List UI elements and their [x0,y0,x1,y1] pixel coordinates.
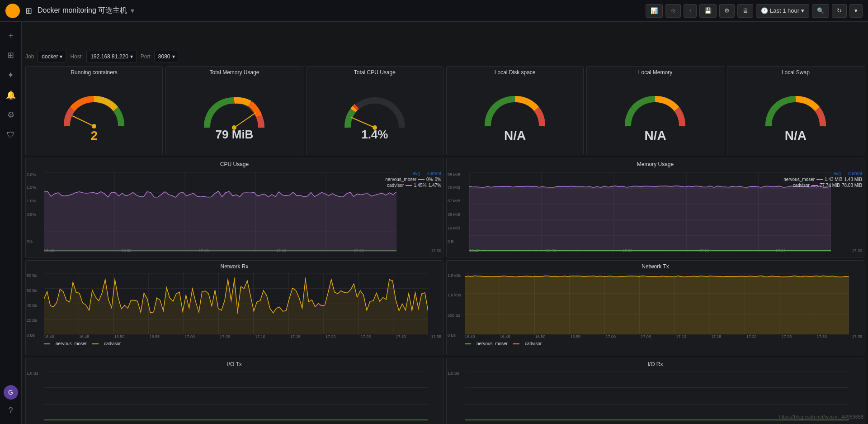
rx-y-2: 60 Bs [27,288,37,293]
refresh-dropdown-icon: ▾ [854,7,858,14]
cpu-x-1: 16:40 [44,248,54,253]
gauge-svg-running [58,88,130,133]
gauge-value-disk: N/A [504,129,526,143]
grafana-logo[interactable] [5,4,20,18]
time-range-button[interactable]: 🕐 Last 1 hour ▾ [756,4,809,18]
mem-legend-cadvisor-name: cadvisor [793,183,810,188]
cpu-x-6: 17:30 [431,248,441,253]
tx-legend: nervous_moser cadvisor [465,341,542,346]
io-tx-title: I/O Tx [26,358,443,370]
gauge-container-memory: 79 MiB [166,76,302,155]
tx-legend-cadvisor-name: cadvisor [525,341,542,346]
tx-y-1: 1.5 kBs [448,273,461,278]
sidebar-item-help[interactable]: ? [2,401,20,419]
tx-x-labels: 16:40 16:45 16:50 16:55 17:00 17:05 17:1… [465,334,862,339]
panel-title-total-memory: Total Memory Usage [166,67,302,76]
panel-local-memory: Local Memory N/A [586,66,724,155]
topbar-actions: 📊 ☆ ↑ 💾 ⚙ 🖥 🕐 Last 1 hour ▾ 🔍 ↻ ▾ [646,4,863,18]
port-select[interactable]: 8080 ▾ [154,51,179,62]
cpu-legend-cadvisor-name: cadvisor [387,183,404,188]
network-row: Network Rx 80 Bs 60 Bs 40 Bs 20 Bs 0 Bs … [25,260,864,355]
port-dropdown-icon: ▾ [172,53,175,60]
tx-y-3: 500 Bs [448,313,460,318]
title-dropdown-icon[interactable]: ▾ [131,6,134,15]
cpu-x-labels: 16:40 16:50 17:00 17:10 17:20 17:30 [44,248,441,253]
tx-legend-nervous-name: nervous_moser [476,341,508,346]
gauge-container-local-memory: N/A [587,76,723,155]
gauge-value-local-memory: N/A [644,129,666,143]
host-select[interactable]: 192.168.81.220 ▾ [86,51,137,62]
star-icon: ☆ [670,7,676,14]
job-dropdown-icon: ▾ [60,53,62,60]
mem-legend-nervous-line [816,179,823,180]
sidebar-item-alerting[interactable]: 🔔 [2,86,20,104]
port-value: 8080 [158,53,170,60]
cpu-y-label-3: 1.0% [27,199,36,203]
gauge-svg-local-memory [619,88,691,133]
chart-row-cpu-memory: CPU Usage 2.0% 1.5% 1.0% 0.5% 0% avg cur… [25,158,864,257]
save-icon: 💾 [704,7,712,14]
host-value: 192.168.81.220 [90,53,128,60]
search-button[interactable]: 🔍 [812,4,829,18]
io-rx-y-1: 1.0 Bs [448,371,459,376]
rx-x-labels: 16:40 16:45 16:50 16:55 17:00 17:05 17:1… [44,334,441,339]
gauge-container-cpu: 1.4% [307,76,443,155]
cpu-legend-nervous-line [418,179,425,180]
mem-y-4: 38 MiB [448,212,460,217]
io-row: I/O Tx 1.0 Bs I/O Rx 1.0 Bs [25,358,864,424]
panel-network-tx: Network Tx 1.5 kBs 1.0 kBs 500 Bs 0 Bs 1… [446,260,864,355]
grid-icon: ⊞ [25,6,32,16]
rx-legend-cadvisor-name: cadvisor [104,341,121,346]
gauge-value-swap: N/A [785,129,807,143]
tx-legend-nervous-line [465,343,471,344]
panel-running-containers: Running containers 2 [25,66,163,155]
rx-legend-nervous-line [44,343,50,344]
mem-legend-cadvisor-avg: 77.74 MiB [820,183,840,188]
watermark: https://blog.csdn.net/weixin_44953658 [779,414,863,419]
cpu-x-5: 17:20 [354,248,364,253]
cpu-y-label-5: 0% [27,239,33,244]
memory-chart-title: Memory Usage [447,158,864,170]
cpu-legend-nervous-avg: 0% [426,177,433,182]
sidebar-item-add[interactable]: ＋ [2,26,20,44]
gauge-svg-swap [760,88,832,133]
refresh-dropdown-button[interactable]: ▾ [849,4,863,18]
cpu-legend-nervous-current: 0% [435,177,441,182]
job-label: Job [25,53,34,60]
cpu-y-label-2: 1.5% [27,185,36,190]
panel-local-disk: Local Disk space N/A [446,66,584,155]
gauge-container-swap: N/A [727,76,864,155]
memory-chart-area: 95 MiB 76 MiB 57 MiB 38 MiB 19 MiB 0 B a… [447,170,864,254]
panel-network-rx: Network Rx 80 Bs 60 Bs 40 Bs 20 Bs 0 Bs … [25,260,443,355]
refresh-button[interactable]: ↻ [832,4,847,18]
save-button[interactable]: 💾 [699,4,717,18]
share-button[interactable]: ↑ [684,4,697,18]
sidebar-item-explore[interactable]: ✦ [2,66,20,84]
bar-chart-button[interactable]: 📊 [646,4,663,18]
job-select[interactable]: docker ▾ [38,51,66,62]
time-dropdown-icon: ▾ [801,7,804,14]
user-avatar[interactable]: G [4,385,18,400]
tx-y-4: 0 Bs [448,333,456,338]
network-tx-title: Network Tx [447,261,864,272]
sidebar-item-config[interactable]: ⚙ [2,106,20,124]
star-button[interactable]: ☆ [665,4,681,18]
svg-point-4 [92,124,96,129]
tx-y-2: 1.0 kBs [448,293,461,297]
rx-legend: nervous_moser cadvisor [44,341,121,346]
cpu-x-4: 17:10 [276,248,287,253]
sidebar-item-shield[interactable]: 🛡 [2,126,20,144]
tv-icon: 🖥 [742,7,748,14]
tv-button[interactable]: 🖥 [737,4,753,18]
network-rx-area: 80 Bs 60 Bs 40 Bs 20 Bs 0 Bs 16:40 16:45… [26,272,443,347]
settings-button[interactable]: ⚙ [719,4,735,18]
gauge-container-disk: N/A [447,76,583,155]
cpu-chart-legend: avg current nervous_moser 0% 0% cadvisor… [385,171,441,188]
clock-icon: 🕐 [761,7,768,14]
cpu-x-2: 16:50 [121,248,132,253]
mem-y-1: 95 MiB [448,172,460,177]
panel-total-memory: Total Memory Usage 79 MiB [165,66,303,155]
sidebar-item-dashboard[interactable]: ⊞ [2,46,20,64]
gauge-row: Running containers 2 Total Memory Usage [25,66,864,155]
panel-cpu-chart: CPU Usage 2.0% 1.5% 1.0% 0.5% 0% avg cur… [25,158,443,257]
